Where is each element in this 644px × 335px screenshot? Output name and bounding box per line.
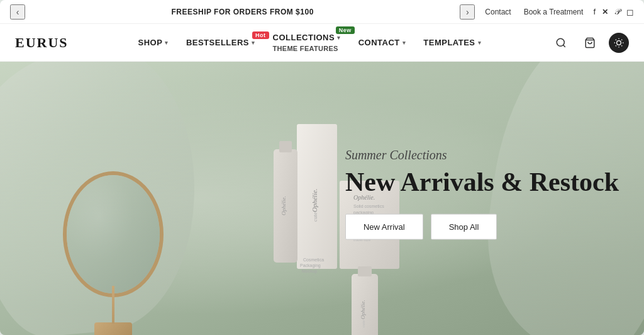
svg-text:cute: cute [312,212,318,222]
shop-all-button[interactable]: Shop All [431,214,497,240]
hero-title: New Arrivals & Restock [345,168,619,196]
svg-text:Ophélie.: Ophélie. [280,196,287,215]
pinterest-icon[interactable]: 𝒫 [614,7,620,17]
new-arrival-button[interactable]: New Arrival [345,214,423,240]
navbar-icons [551,33,629,53]
hero-section: Ophélie. cute Ophélie. Solid cosmetics p… [0,62,644,335]
announcement-prev-btn[interactable]: ‹ [10,4,25,20]
nav-collections-label: COLLECTIONS [273,33,335,42]
mirror-oval [63,171,164,297]
hero-subtitle: Summer Collections [345,148,619,162]
nav-item-collections[interactable]: COLLECTIONS ▾ New THEME FEATURES [273,33,341,52]
svg-text:Mockup: Mockup [302,269,318,274]
svg-line-11 [621,39,622,40]
nav-item-templates[interactable]: TEMPLATES ▾ [423,38,481,47]
nav-theme-features-label: THEME FEATURES [273,45,338,52]
svg-point-3 [617,40,621,45]
mirror-prop [50,171,176,335]
hero-buttons: New Arrival Shop All [345,214,619,240]
svg-line-6 [616,39,616,40]
nav-contact-label: CONTACT [358,38,400,47]
theme-toggle-button[interactable] [609,33,629,53]
twitter-x-icon[interactable]: ✕ [602,8,608,16]
facebook-icon[interactable]: f [593,7,596,16]
svg-text:Ophélie.: Ophélie. [360,300,366,319]
nav-bestsellers-label: BESTSELLERS [186,38,249,47]
chevron-down-icon: ▾ [252,40,255,46]
svg-line-7 [621,45,622,46]
navbar: EURUS SHOP ▾ BESTSELLERS ▾ Hot COLLECTIO… [0,24,644,62]
search-button[interactable] [551,33,571,53]
chevron-down-icon: ▾ [478,40,482,46]
logo[interactable]: EURUS [15,35,69,51]
cart-button[interactable] [580,33,600,53]
new-badge: New [336,26,355,34]
mirror-reflection [67,175,160,293]
bar-links: Contact Book a Treatment [485,8,583,16]
hot-badge: Hot [252,31,269,39]
page-frame: ‹ FREESHIP FOR ORDERS FROM $100 › Contac… [0,0,644,335]
navbar-nav: SHOP ▾ BESTSELLERS ▾ Hot COLLECTIONS ▾ N… [138,33,482,52]
nav-shop-label: SHOP [138,38,163,47]
chevron-down-icon: ▾ [165,40,169,46]
svg-point-0 [557,38,564,46]
svg-line-10 [616,45,616,46]
book-treatment-link[interactable]: Book a Treatment [524,8,584,16]
search-icon [555,37,567,48]
chevron-down-icon: ▾ [402,40,406,46]
chevron-down-icon: ▾ [337,35,341,41]
svg-line-1 [563,45,565,47]
nav-templates-label: TEMPLATES [423,38,475,47]
announcement-next-btn[interactable]: › [460,4,475,20]
social-icons: f ✕ 𝒫 ◻ [593,7,634,17]
nav-item-shop[interactable]: SHOP ▾ [138,38,169,47]
announcement-text: FREESHIP FOR ORDERS FROM $100 [171,8,313,16]
mirror-base [94,322,132,335]
svg-text:Cosmetica: Cosmetica [303,258,324,262]
hero-text-block: Summer Collections New Arrivals & Restoc… [345,148,619,240]
sun-icon [614,38,624,48]
instagram-icon[interactable]: ◻ [626,7,634,17]
svg-text:Packaging: Packaging [300,263,321,268]
contact-link[interactable]: Contact [485,8,511,16]
announcement-bar: ‹ FREESHIP FOR ORDERS FROM $100 › Contac… [0,0,644,24]
svg-rect-24 [279,141,292,152]
bar-right: › Contact Book a Treatment f ✕ 𝒫 ◻ [460,4,634,20]
svg-text:cute: cute [361,320,366,327]
nav-item-contact[interactable]: CONTACT ▾ [358,38,406,47]
svg-text:Ophélie.: Ophélie. [311,188,318,212]
svg-rect-30 [358,266,372,276]
cart-icon [584,37,596,48]
nav-item-bestsellers[interactable]: BESTSELLERS ▾ Hot [186,38,255,47]
